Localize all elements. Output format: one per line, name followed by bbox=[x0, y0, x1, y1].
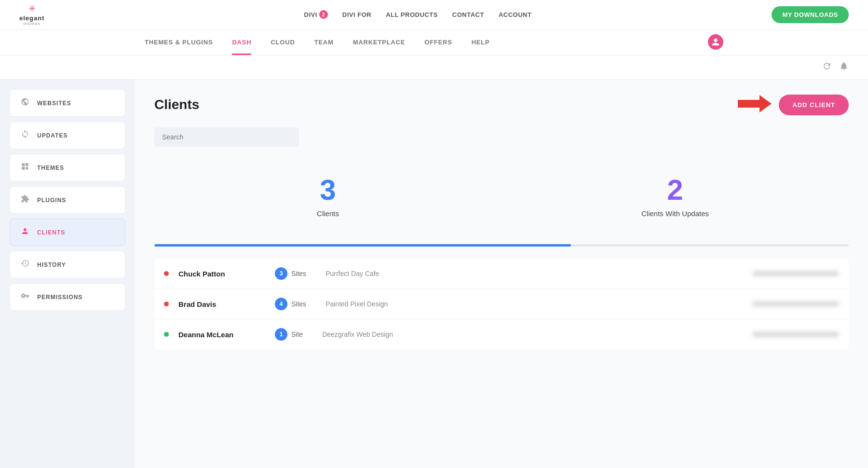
client-list: Chuck Patton 3 Sites Purrfect Day Cafe B… bbox=[154, 259, 849, 349]
nav-link-divi[interactable]: DIVI 2 bbox=[304, 10, 328, 19]
tab-themes-plugins[interactable]: THEMES & PLUGINS bbox=[145, 29, 213, 55]
stats-row: 3 Clients 2 Clients With Updates bbox=[154, 161, 849, 232]
stat-updates-number: 2 bbox=[511, 176, 839, 205]
svg-marker-0 bbox=[738, 95, 772, 112]
sites-label-3: Site bbox=[291, 330, 303, 338]
stat-updates-label: Clients With Updates bbox=[511, 209, 839, 218]
sidebar: WEBSITES UPDATES THEMES PLUGINS CLIENTS bbox=[0, 80, 135, 468]
sites-badge-2: 4 Sites bbox=[275, 298, 306, 310]
nav-link-divifor[interactable]: DIVI FOR bbox=[342, 11, 371, 18]
sidebar-item-updates-label: UPDATES bbox=[37, 132, 68, 139]
sites-label-2: Sites bbox=[291, 300, 306, 308]
my-downloads-button[interactable]: MY DOWNLOADS bbox=[772, 6, 849, 23]
tab-dash[interactable]: DASH bbox=[232, 29, 251, 55]
stat-clients: 3 Clients bbox=[154, 161, 502, 232]
updates-icon bbox=[20, 130, 30, 141]
permissions-icon bbox=[20, 291, 30, 303]
red-arrow-icon bbox=[738, 94, 772, 115]
client-name-2: Brad Davis bbox=[178, 300, 265, 308]
search-box bbox=[154, 127, 299, 147]
sites-count-1: 3 bbox=[275, 267, 287, 280]
tab-team[interactable]: TEAM bbox=[314, 29, 334, 55]
client-status-dot-1 bbox=[164, 271, 169, 276]
add-client-area: ADD CLIENT bbox=[738, 94, 849, 115]
client-blurred-2 bbox=[752, 301, 839, 307]
stat-clients-with-updates: 2 Clients With Updates bbox=[502, 161, 849, 232]
sidebar-item-history-label: HISTORY bbox=[37, 262, 66, 268]
profile-icon[interactable] bbox=[708, 34, 723, 50]
progress-container bbox=[154, 244, 849, 247]
tab-offers[interactable]: OFFERS bbox=[424, 29, 452, 55]
sidebar-item-themes-label: THEMES bbox=[37, 165, 64, 171]
sidebar-item-permissions-label: PERMISSIONS bbox=[37, 294, 82, 301]
sidebar-item-plugins-label: PLUGINS bbox=[37, 197, 66, 204]
plugins-icon bbox=[20, 194, 30, 206]
progress-bar bbox=[154, 244, 571, 247]
toolbar bbox=[0, 55, 868, 80]
client-company-1: Purrfect Day Cafe bbox=[326, 270, 743, 277]
logo-sub: themes bbox=[24, 21, 41, 26]
refresh-icon[interactable] bbox=[822, 61, 832, 73]
sites-badge-3: 1 Site bbox=[275, 328, 303, 341]
logo-icon: ✳ bbox=[28, 3, 36, 14]
nav-link-account[interactable]: ACCOUNT bbox=[499, 11, 532, 18]
sites-count-3: 1 bbox=[275, 328, 287, 341]
tab-marketplace[interactable]: MARKETPLACE bbox=[353, 29, 405, 55]
top-nav-right: MY DOWNLOADS bbox=[772, 6, 849, 23]
logo-name: elegant bbox=[19, 15, 45, 21]
sites-badge-1: 3 Sites bbox=[275, 267, 306, 280]
content-header: Clients ADD CLIENT bbox=[154, 94, 849, 115]
client-blurred-3 bbox=[752, 331, 839, 337]
sites-label-1: Sites bbox=[291, 270, 306, 277]
nav-link-allproducts[interactable]: ALL PRODUCTS bbox=[386, 11, 438, 18]
search-input[interactable] bbox=[154, 127, 299, 147]
themes-icon bbox=[20, 162, 30, 173]
clients-icon bbox=[20, 227, 30, 238]
sidebar-item-plugins[interactable]: PLUGINS bbox=[10, 186, 125, 214]
sidebar-item-history[interactable]: HISTORY bbox=[10, 251, 125, 278]
client-status-dot-3 bbox=[164, 332, 169, 337]
tab-cloud[interactable]: CLOUD bbox=[271, 29, 295, 55]
page-title: Clients bbox=[154, 97, 199, 112]
sidebar-item-websites[interactable]: WEBSITES bbox=[10, 89, 125, 117]
add-client-button[interactable]: ADD CLIENT bbox=[779, 95, 849, 115]
nav-link-contact[interactable]: CONTACT bbox=[452, 11, 484, 18]
stat-clients-label: Clients bbox=[164, 209, 492, 218]
tab-help[interactable]: HELP bbox=[472, 29, 490, 55]
client-company-3: Deezgrafix Web Design bbox=[322, 330, 743, 338]
client-row[interactable]: Brad Davis 4 Sites Painted Pixel Design bbox=[154, 289, 849, 319]
divi-badge-count: 2 bbox=[319, 10, 328, 19]
bell-icon[interactable] bbox=[839, 61, 849, 73]
sidebar-item-clients-label: CLIENTS bbox=[37, 229, 65, 236]
main-content: Clients ADD CLIENT 3 Clients 2 bbox=[135, 80, 868, 468]
client-row[interactable]: Deanna McLean 1 Site Deezgrafix Web Desi… bbox=[154, 319, 849, 349]
sidebar-item-clients[interactable]: CLIENTS bbox=[10, 219, 125, 246]
top-nav-links: DIVI 2 DIVI FOR ALL PRODUCTS CONTACT ACC… bbox=[64, 10, 772, 19]
history-icon bbox=[20, 259, 30, 270]
second-nav-right bbox=[708, 34, 723, 50]
nav-link-divi-label: DIVI bbox=[304, 11, 317, 18]
main-layout: WEBSITES UPDATES THEMES PLUGINS CLIENTS bbox=[0, 80, 868, 468]
sidebar-item-websites-label: WEBSITES bbox=[37, 100, 71, 107]
client-status-dot-2 bbox=[164, 302, 169, 306]
sidebar-item-permissions[interactable]: PERMISSIONS bbox=[10, 283, 125, 311]
top-nav: ✳ elegant themes DIVI 2 DIVI FOR ALL PRO… bbox=[0, 0, 868, 29]
client-name-1: Chuck Patton bbox=[178, 270, 265, 278]
client-company-2: Painted Pixel Design bbox=[326, 300, 743, 308]
logo: ✳ elegant themes bbox=[19, 3, 45, 26]
stat-clients-number: 3 bbox=[164, 176, 492, 205]
second-nav: THEMES & PLUGINS DASH CLOUD TEAM MARKETP… bbox=[0, 29, 868, 55]
globe-icon bbox=[20, 97, 30, 109]
client-row[interactable]: Chuck Patton 3 Sites Purrfect Day Cafe bbox=[154, 259, 849, 289]
sidebar-item-themes[interactable]: THEMES bbox=[10, 154, 125, 181]
sidebar-item-updates[interactable]: UPDATES bbox=[10, 122, 125, 149]
second-nav-links: THEMES & PLUGINS DASH CLOUD TEAM MARKETP… bbox=[145, 29, 490, 55]
client-blurred-1 bbox=[752, 271, 839, 276]
sites-count-2: 4 bbox=[275, 298, 287, 310]
client-name-3: Deanna McLean bbox=[178, 330, 265, 339]
